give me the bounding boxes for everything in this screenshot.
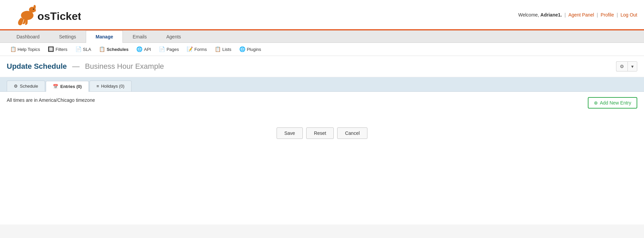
svg-point-2 (34, 5, 36, 9)
svg-text:osTicket: osTicket (37, 10, 81, 22)
schedule-tab-icon: ⚙ (14, 84, 18, 89)
subnav-schedules-label: Schedules (107, 47, 129, 52)
page-content: Update Schedule — Business Hour Example … (0, 56, 644, 225)
logo-area: osTicket (7, 3, 81, 27)
holidays-tab-icon: ≡ (97, 84, 99, 89)
separator1: | (565, 12, 567, 18)
subnav-plugins[interactable]: 🌐 Plugins (236, 45, 264, 54)
caret-button[interactable]: ▾ (628, 61, 637, 71)
page-title-area: Update Schedule — Business Hour Example (7, 62, 164, 71)
form-buttons: Save Reset Cancel (0, 127, 644, 152)
page-dash: — (72, 62, 79, 71)
subnav-plugins-label: Plugins (247, 47, 261, 52)
tab-content: All times are in America/Chicago timezon… (0, 92, 644, 114)
entries-tab-icon: 📅 (53, 84, 58, 89)
gear-icon: ⚙ (620, 64, 624, 69)
welcome-text: Welcome, (518, 12, 540, 18)
schedule-tab-label: Schedule (20, 84, 38, 89)
sub-tab-schedule[interactable]: ⚙ Schedule (7, 81, 45, 91)
profile-link[interactable]: Profile (601, 12, 614, 18)
main-nav: Dashboard Settings Manage Emails Agents (0, 30, 644, 43)
subnav-forms[interactable]: 📝 Forms (184, 45, 210, 54)
subnav-help-topics[interactable]: 📋 Help Topics (7, 45, 43, 54)
svg-point-3 (33, 8, 34, 9)
forms-icon: 📝 (187, 46, 193, 52)
subnav-sla[interactable]: 📄 SLA (72, 45, 95, 54)
subnav-pages[interactable]: 📄 Pages (156, 45, 182, 54)
nav-tab-emails[interactable]: Emails (123, 30, 156, 43)
agent-panel-link[interactable]: Agent Panel (568, 12, 594, 18)
holidays-tab-label: Holidays (0) (101, 84, 124, 89)
sub-tab-holidays[interactable]: ≡ Holidays (0) (90, 81, 132, 91)
separator2: | (597, 12, 600, 18)
lists-icon: 📋 (215, 46, 221, 52)
nav-tab-agents[interactable]: Agents (156, 30, 191, 43)
user-info: Welcome, Adriane1. | Agent Panel | Profi… (518, 12, 637, 18)
subnav-lists-label: Lists (222, 47, 231, 52)
subnav-api[interactable]: 🌐 API (133, 45, 154, 54)
separator3: | (617, 12, 619, 18)
sla-icon: 📄 (75, 46, 81, 52)
plugins-icon: 🌐 (239, 46, 245, 52)
subnav-filters[interactable]: 🔲 Filters (45, 45, 71, 54)
sub-tab-entries[interactable]: 📅 Entries (0) (46, 81, 89, 92)
sub-tabs: ⚙ Schedule 📅 Entries (0) ≡ Holidays (0) (0, 77, 644, 92)
header-actions: ⚙ ▾ (616, 61, 637, 71)
cancel-button[interactable]: Cancel (337, 127, 367, 139)
reset-button[interactable]: Reset (306, 127, 334, 139)
subnav-schedules[interactable]: 📋 Schedules (96, 45, 132, 54)
subnav-api-label: API (144, 47, 151, 52)
subnav-pages-label: Pages (167, 47, 179, 52)
nav-tab-dashboard[interactable]: Dashboard (7, 30, 49, 43)
nav-tab-manage[interactable]: Manage (86, 30, 123, 43)
subnav-lists[interactable]: 📋 Lists (212, 45, 235, 54)
subnav-sla-label: SLA (83, 47, 91, 52)
entries-tab-label: Entries (0) (60, 84, 82, 89)
page-title: Update Schedule (7, 62, 67, 71)
add-new-entry-button[interactable]: ⊕ Add New Entry (588, 97, 637, 109)
page-header: Update Schedule — Business Hour Example … (0, 56, 644, 77)
pages-icon: 📄 (159, 46, 165, 52)
svg-point-4 (34, 10, 36, 11)
add-entry-icon: ⊕ (594, 100, 598, 106)
schedules-icon: 📋 (99, 46, 105, 52)
top-bar: osTicket Welcome, Adriane1. | Agent Pane… (0, 0, 644, 30)
nav-tab-settings[interactable]: Settings (49, 30, 86, 43)
api-icon: 🌐 (137, 46, 143, 52)
caret-icon: ▾ (631, 64, 634, 69)
logo: osTicket (7, 3, 81, 27)
subnav-filters-label: Filters (56, 47, 67, 52)
gear-button[interactable]: ⚙ (616, 61, 628, 71)
filters-icon: 🔲 (48, 46, 54, 52)
username: Adriane1. (540, 12, 562, 18)
subnav-forms-label: Forms (194, 47, 207, 52)
sub-nav: 📋 Help Topics 🔲 Filters 📄 SLA 📋 Schedule… (0, 43, 644, 56)
add-entry-label: Add New Entry (600, 100, 631, 106)
logout-link[interactable]: Log Out (620, 12, 637, 18)
subnav-help-topics-label: Help Topics (17, 47, 40, 52)
help-topics-icon: 📋 (10, 46, 16, 52)
timezone-info: All times are in America/Chicago timezon… (7, 97, 95, 103)
page-subtitle: Business Hour Example (85, 62, 164, 71)
save-button[interactable]: Save (277, 127, 303, 139)
